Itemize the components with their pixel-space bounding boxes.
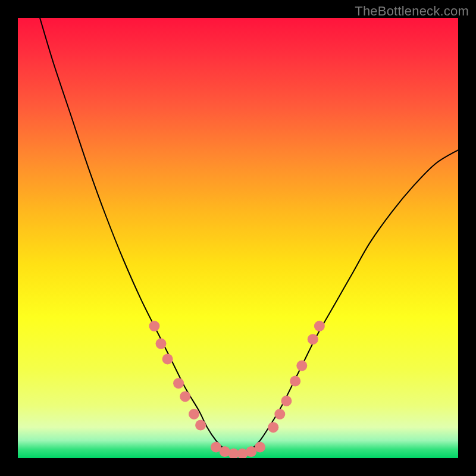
curve-marker xyxy=(268,422,278,433)
curve-marker xyxy=(290,376,300,387)
curve-marker xyxy=(314,321,325,331)
plot-area xyxy=(18,18,458,458)
curve-marker xyxy=(180,391,190,402)
curve-marker xyxy=(255,442,265,453)
chart-frame: TheBottleneck.com xyxy=(0,0,476,476)
curve-marker xyxy=(156,339,167,349)
curve-marker xyxy=(308,334,318,345)
curve-marker xyxy=(162,354,173,365)
curve-marker xyxy=(149,321,159,331)
curve-marker xyxy=(281,396,292,406)
watermark-label: TheBottleneck.com xyxy=(355,4,469,19)
curve-marker xyxy=(173,378,184,389)
curve-marker xyxy=(296,361,307,371)
chart-svg xyxy=(18,18,458,458)
curve-marker xyxy=(195,420,206,431)
curve-marker xyxy=(274,409,285,419)
curve-marker xyxy=(189,409,199,419)
curve-markers xyxy=(149,321,325,458)
bottleneck-curve xyxy=(40,18,458,455)
